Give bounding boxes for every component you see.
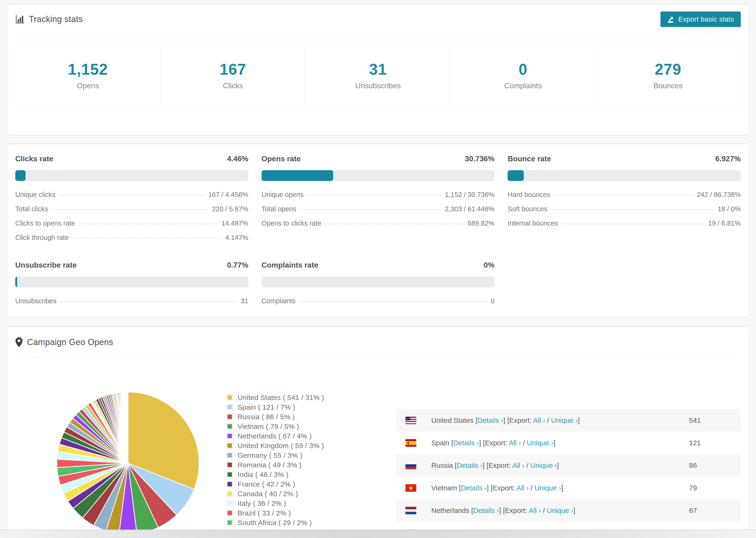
rate-stat-label: Complaints: [261, 297, 296, 305]
geo-opens-title-text: Campaign Geo Opens: [27, 337, 113, 347]
stat-box-opens: 1,152Opens: [15, 42, 161, 108]
export-unique-link[interactable]: Unique ›: [547, 507, 573, 514]
legend-item-netherlands: Netherlands ( 67 / 4% ): [227, 431, 324, 441]
dotted-leader: [307, 195, 442, 195]
total-value: 86: [689, 461, 741, 469]
rate-stat-label: Click through rate: [15, 234, 69, 242]
export-unique-link[interactable]: Unique ›: [530, 461, 557, 469]
details-link[interactable]: Details ›: [457, 461, 482, 469]
dotted-leader: [60, 301, 238, 302]
geo-opens-pie-chart[interactable]: [50, 386, 205, 530]
legend-label: Romania ( 49 / 3% ): [238, 461, 301, 469]
rate-stat-value: 1,152 / 30.736%: [445, 191, 495, 198]
export-all-link[interactable]: All ›: [509, 439, 521, 447]
rate-progress-bar: [261, 170, 495, 181]
details-link[interactable]: Details ›: [477, 416, 503, 424]
legend-item-united-states: United States ( 541 / 31% ): [227, 393, 324, 402]
export-all-link[interactable]: All ›: [529, 507, 541, 514]
legend-swatch: [227, 519, 233, 526]
rate-stat-label: Clicks to opens rate: [15, 219, 75, 227]
legend-item-italy: Italy ( 36 / 2% ): [227, 499, 324, 508]
details-link[interactable]: Details ›: [461, 484, 487, 492]
details-link[interactable]: Details ›: [453, 439, 479, 447]
rate-block-clicks-rate: Clicks rate4.46%Unique clicks167 / 4.456…: [15, 154, 248, 248]
rate-stat-row-unsubscribes: Unsubscribes31: [15, 297, 248, 305]
rates-row-1: Clicks rate4.46%Unique clicks167 / 4.456…: [15, 144, 741, 248]
legend-swatch: [227, 433, 233, 439]
rate-stat-row-click-through-rate: Click through rate4.147%: [15, 234, 248, 242]
separator: /: [529, 484, 535, 492]
legend-label: Canada ( 40 / 2% ): [238, 490, 298, 498]
rate-stat-row-opens-to-clicks-rate: Opens to clicks rate689.82%: [261, 219, 495, 227]
rate-stat-label: Soft bounces: [508, 205, 547, 213]
bracket: [: [457, 484, 461, 492]
bracket: ] [Export:: [503, 416, 533, 424]
header-divider: [15, 34, 741, 34]
legend-label: France ( 42 / 2% ): [238, 480, 296, 488]
rate-progress-fill: [508, 170, 524, 181]
legend-label: India ( 46 / 3% ): [238, 471, 289, 479]
legend-label: Brazil ( 33 / 2% ): [238, 509, 291, 517]
rate-stat-label: Unique clicks: [15, 191, 55, 198]
legend-swatch: [227, 510, 233, 516]
rate-stat-value: 242 / 86.738%: [697, 191, 741, 198]
legend-item-russia: Russia ( 86 / 5% ): [227, 412, 324, 422]
legend-swatch: [227, 423, 233, 430]
geo-table-header: [396, 391, 741, 409]
export-icon: [667, 15, 675, 23]
export-all-link[interactable]: All ›: [512, 461, 524, 469]
tracking-stats-card: Tracking stats Export basic stats 1,152O…: [7, 4, 749, 135]
rate-value: 4.46%: [227, 154, 248, 163]
export-unique-link[interactable]: Unique ›: [535, 484, 561, 492]
legend-label: Spain ( 121 / 7% ): [238, 403, 296, 411]
export-all-link[interactable]: All ›: [533, 416, 545, 424]
legend-swatch: [227, 481, 233, 487]
legend-swatch: [227, 413, 233, 420]
rate-stat-value: 2,303 / 61.446%: [445, 205, 495, 213]
export-unique-link[interactable]: Unique ›: [527, 439, 553, 447]
rate-stat-label: Total opens: [261, 205, 296, 213]
country-name: Russia: [431, 461, 453, 469]
stat-box-bounces: 279Bounces: [595, 42, 741, 108]
separator: /: [521, 439, 527, 447]
stat-label: Bounces: [653, 81, 683, 90]
rate-block-bounce-rate: Bounce rate6.927%Hard bounces242 / 86.73…: [508, 154, 741, 248]
rate-stat-value: 167 / 4.456%: [208, 191, 248, 198]
geo-table-row-netherlands: Netherlands [Details ›] [Export: All › /…: [396, 499, 741, 522]
rate-progress-bar: [15, 170, 248, 181]
rate-block-opens-rate: Opens rate30.736%Unique opens1,152 / 30.…: [261, 154, 495, 248]
rate-stat-label: Opens to clicks rate: [261, 219, 321, 227]
legend-swatch: [227, 491, 233, 497]
bracket: ]: [578, 416, 580, 424]
bottom-scroll-band[interactable]: [0, 529, 756, 538]
export-basic-stats-button[interactable]: Export basic stats: [661, 12, 741, 27]
legend-label: United Kingdom ( 59 / 3% ): [238, 442, 324, 450]
rate-stat-label: Hard bounces: [508, 191, 550, 198]
geo-table-row-russia: Russia [Details ›] [Export: All › / Uniq…: [396, 454, 741, 477]
legend-item-united-kingdom: United Kingdom ( 59 / 3% ): [227, 441, 324, 451]
country-name: Vietnam: [431, 484, 457, 492]
geo-table-row-spain: Spain [Details ›] [Export: All › / Uniqu…: [396, 432, 741, 454]
rate-stat-row-hard-bounces: Hard bounces242 / 86.738%: [508, 191, 741, 198]
rate-stat-label: Total clicks: [15, 205, 48, 213]
details-link[interactable]: Details ›: [473, 507, 499, 514]
dotted-leader: [59, 195, 205, 195]
export-unique-link[interactable]: Unique ›: [551, 416, 577, 424]
rate-stat-value: 0: [491, 297, 495, 305]
export-all-link[interactable]: All ›: [516, 484, 529, 492]
legend-swatch: [227, 394, 233, 401]
legend-swatch: [227, 500, 233, 507]
legend-item-vietnam: Vietnam ( 79 / 5% ): [227, 422, 324, 431]
stat-box-clicks: 167Clicks: [160, 42, 306, 108]
stat-value: 279: [655, 60, 681, 78]
rate-stat-value: 31: [241, 297, 248, 305]
stat-value: 167: [220, 60, 246, 78]
rate-stat-row-total-opens: Total opens2,303 / 61.446%: [261, 205, 495, 213]
dotted-leader: [299, 209, 442, 210]
stat-value: 31: [369, 60, 387, 78]
rate-title: Complaints rate: [261, 261, 318, 269]
rate-stat-label: Unsubscribes: [15, 297, 57, 305]
stat-value: 0: [519, 60, 527, 78]
rate-value: 0.77%: [227, 261, 248, 269]
tracking-stats-title-text: Tracking stats: [29, 14, 83, 24]
